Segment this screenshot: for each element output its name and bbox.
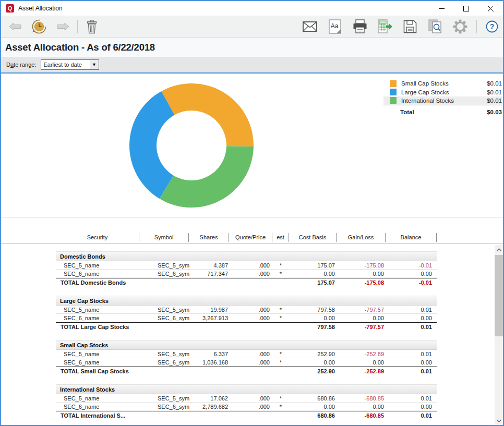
cell-gain-loss: 0.00 (337, 271, 386, 277)
total-balance: 0.01 (386, 412, 437, 419)
cell-balance: 0.00 (386, 404, 437, 410)
cell-shares: 17.062 (189, 395, 229, 401)
minimize-button[interactable] (429, 1, 454, 16)
titlebar: Q Asset Allocation (1, 1, 503, 16)
cell-symbol: SEC_6_sym (139, 404, 189, 410)
cell-est: * (272, 315, 289, 321)
fonts-button[interactable]: Aa (327, 18, 343, 35)
print-button[interactable] (352, 18, 368, 35)
cell-cost-basis: 680.86 (289, 395, 337, 401)
table-row[interactable]: SEC_6_name SEC_6_sym 3,267.913 .000 * 0.… (56, 314, 437, 322)
group-total-row: TOTAL Large Cap Stocks 797.58 -797.57 0.… (56, 322, 437, 331)
cell-shares: 19.987 (189, 307, 229, 313)
cell-cost-basis: 0.00 (289, 359, 337, 366)
app-logo-icon: Q (6, 4, 14, 13)
cell-balance: -0.01 (386, 262, 437, 269)
clock-history-icon (32, 19, 46, 34)
table-row[interactable]: SEC_6_name SEC_6_sym 717.347 .000 * 0.00… (56, 270, 437, 278)
legend-swatch-icon (390, 89, 397, 95)
total-balance: 0.01 (386, 368, 437, 374)
date-range-dropdown[interactable]: Earliest to date ▼ (41, 59, 99, 70)
legend-label: Large Cap Stocks (401, 89, 487, 95)
email-button[interactable] (302, 18, 318, 35)
cell-gain-loss: -797.57 (337, 307, 386, 313)
close-icon (488, 6, 494, 11)
dropdown-arrow-icon[interactable]: ▼ (90, 60, 99, 69)
cell-security: SEC_6_name (56, 404, 139, 410)
scrollbar-down-button[interactable] (495, 416, 503, 425)
page-title-bar: Asset Allocation - As of 6/22/2018 (1, 38, 503, 57)
close-button[interactable] (478, 1, 503, 16)
cell-est: * (272, 404, 289, 410)
cell-balance: 0.01 (386, 395, 437, 401)
donut-chart (118, 72, 265, 218)
filter-bar: Date range: Earliest to date ▼ (1, 57, 503, 74)
donut-segment-international-stocks[interactable] (160, 146, 254, 208)
total-label: TOTAL International S... (56, 412, 289, 419)
total-label: TOTAL Domestic Bonds (56, 279, 289, 286)
vertical-scrollbar[interactable] (495, 245, 503, 425)
cell-cost-basis: 0.00 (289, 315, 337, 321)
cell-symbol: SEC_5_sym (139, 262, 189, 269)
table-row[interactable]: SEC_6_name SEC_6_sym 2,789.682 .000 * 0.… (56, 403, 437, 411)
history-button[interactable] (31, 18, 47, 35)
column-header-gain-loss: Gain/Loss (337, 233, 386, 242)
column-header-security: Security (56, 233, 139, 242)
group-header: Small Cap Stocks (56, 340, 437, 350)
cell-symbol: SEC_5_sym (139, 307, 189, 313)
table-row[interactable]: SEC_5_name SEC_5_sym 19.987 .000 * 797.5… (56, 306, 437, 314)
cell-security: SEC_5_name (56, 262, 139, 269)
cell-balance: 0.00 (386, 315, 437, 321)
legend-total-row: Total$0.03 (383, 108, 502, 117)
cell-symbol: SEC_5_sym (139, 395, 189, 401)
legend-total-value: $0.03 (487, 109, 502, 115)
cell-balance: 0.01 (386, 351, 437, 357)
donut-segment-large-cap-stocks[interactable] (129, 91, 175, 199)
back-button[interactable] (7, 18, 23, 35)
table-row[interactable]: SEC_5_name SEC_5_sym 6.337 .000 * 252.90… (56, 350, 437, 358)
cell-gain-loss: -680.85 (337, 395, 386, 401)
cell-shares: 2,789.682 (189, 404, 229, 410)
table-body: Domestic Bonds SEC_5_name SEC_5_sym 4.38… (1, 251, 503, 420)
legend-swatch-icon (390, 97, 397, 104)
table-row[interactable]: SEC_5_name SEC_5_sym 4.387 .000 * 175.07… (56, 261, 437, 270)
maximize-icon (463, 6, 469, 11)
table-row[interactable]: SEC_5_name SEC_5_sym 17.062 .000 * 680.8… (56, 394, 437, 403)
export-button[interactable] (377, 18, 393, 35)
settings-button[interactable] (452, 18, 468, 35)
legend-item[interactable]: Large Cap Stocks$0.01 (383, 88, 502, 97)
export-icon (377, 19, 393, 34)
donut-segment-small-cap-stocks[interactable] (161, 83, 254, 147)
legend-item[interactable]: Small Cap Stocks$0.01 (383, 79, 502, 88)
cell-security: SEC_5_name (56, 307, 139, 313)
scrollbar-up-button[interactable] (495, 245, 503, 254)
chart-legend: Small Cap Stocks$0.01Large Cap Stocks$0.… (383, 79, 502, 117)
cell-symbol: SEC_6_sym (139, 359, 189, 366)
legend-value: $0.01 (487, 89, 502, 95)
cell-cost-basis: 252.90 (289, 351, 337, 357)
total-cost-basis: 680.86 (289, 412, 337, 419)
table-row[interactable]: SEC_6_name SEC_6_sym 1,036.168 .000 * 0.… (56, 358, 437, 367)
scrollbar-thumb[interactable] (495, 255, 503, 336)
maximize-button[interactable] (454, 1, 478, 16)
cell-quote-price: .000 (229, 351, 272, 357)
group-total-row: TOTAL International S... 680.86 -680.85 … (56, 411, 437, 420)
cell-est: * (272, 271, 289, 277)
print-preview-icon (428, 19, 442, 34)
cell-est: * (272, 395, 289, 401)
cell-quote-price: .000 (229, 271, 272, 277)
save-button[interactable] (402, 18, 418, 35)
cell-balance: 0.01 (386, 307, 437, 313)
delete-button[interactable] (84, 18, 100, 35)
chart-panel: Small Cap Stocks$0.01Large Cap Stocks$0.… (1, 74, 503, 217)
envelope-icon (303, 21, 317, 32)
chevron-up-icon (497, 248, 501, 251)
cell-gain-loss: 0.00 (337, 359, 386, 366)
forward-button[interactable] (55, 18, 71, 35)
security-group: International Stocks SEC_5_name SEC_5_sy… (56, 384, 437, 420)
preview-button[interactable] (427, 18, 443, 35)
cell-est: * (272, 359, 289, 366)
legend-item[interactable]: International Stocks$0.01 (383, 96, 502, 105)
help-button[interactable]: ? (484, 18, 500, 35)
cell-quote-price: .000 (229, 395, 272, 401)
